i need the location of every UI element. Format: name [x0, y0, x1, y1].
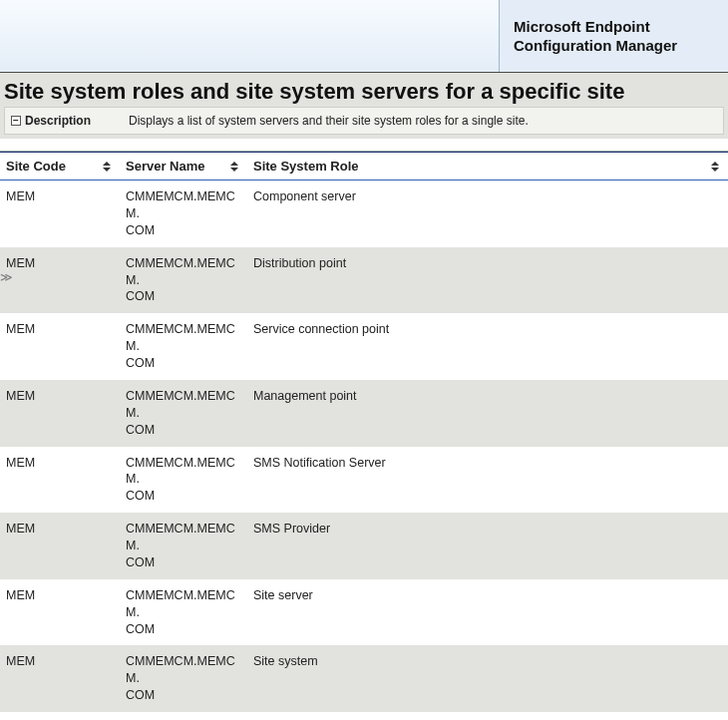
brand-line-2: Configuration Manager: [514, 37, 714, 56]
cell-server-name: CMMEMCM.MEMCM. COM: [120, 180, 247, 247]
cell-site-code: MEM: [0, 313, 120, 380]
table-row[interactable]: MEMCMMEMCM.MEMCM. COMManagement point: [0, 380, 728, 447]
cell-site-system-role: SMS Notification Server: [247, 447, 728, 514]
cell-site-system-role: SMS Provider: [247, 513, 728, 579]
cell-server-name: CMMEMCM.MEMCM. COM: [120, 579, 247, 646]
sort-icon[interactable]: [710, 161, 720, 173]
cell-server-name: CMMEMCM.MEMCM. COM: [120, 380, 247, 447]
site-code-value: MEM: [6, 256, 35, 270]
svg-marker-4: [711, 162, 719, 166]
col-site-system-role-label: Site System Role: [253, 159, 359, 174]
table-row[interactable]: ≫MEMCMMEMCM.MEMCM. COMDistribution point: [0, 247, 728, 314]
header-row: Site Code Server Name Site System Role: [0, 153, 728, 180]
cell-server-name: CMMEMCM.MEMCM. COM: [120, 247, 247, 314]
cell-site-system-role: Distribution point: [247, 247, 728, 314]
cell-site-system-role: Management point: [247, 380, 728, 447]
svg-marker-3: [230, 168, 238, 172]
cell-site-system-role: Service connection point: [247, 313, 728, 380]
title-area: Site system roles and site system server…: [0, 73, 728, 139]
site-code-value: MEM: [6, 654, 35, 668]
col-site-system-role[interactable]: Site System Role: [247, 153, 728, 180]
table-row[interactable]: MEMCMMEMCM.MEMCM. COMSoftware update poi…: [0, 712, 728, 720]
cell-server-name: CMMEMCM.MEMCM. COM: [120, 645, 247, 712]
col-server-name[interactable]: Server Name: [120, 153, 247, 180]
svg-marker-1: [103, 168, 111, 172]
svg-marker-5: [711, 168, 719, 172]
description-toggle[interactable]: − Description: [11, 114, 129, 128]
cell-site-system-role: Component server: [247, 180, 728, 247]
description-label: Description: [25, 114, 91, 128]
table-row[interactable]: MEMCMMEMCM.MEMCM. COMService connection …: [0, 313, 728, 380]
top-banner: Microsoft Endpoint Configuration Manager: [0, 0, 728, 73]
col-server-name-label: Server Name: [126, 159, 205, 174]
cell-site-code: MEM: [0, 579, 120, 646]
sort-icon[interactable]: [229, 161, 239, 173]
site-code-value: MEM: [6, 389, 35, 403]
col-site-code-label: Site Code: [6, 159, 66, 174]
table-row[interactable]: MEMCMMEMCM.MEMCM. COMComponent server: [0, 180, 728, 247]
site-code-value: MEM: [6, 522, 35, 536]
page-title: Site system roles and site system server…: [4, 79, 724, 105]
results-body: MEMCMMEMCM.MEMCM. COMComponent server≫ME…: [0, 180, 728, 721]
sort-icon[interactable]: [102, 161, 112, 173]
site-code-value: MEM: [6, 588, 35, 602]
cell-site-system-role: Site server: [247, 579, 728, 646]
cell-site-code: ≫MEM: [0, 247, 120, 314]
cell-server-name: CMMEMCM.MEMCM. COM: [120, 712, 247, 720]
table-row[interactable]: MEMCMMEMCM.MEMCM. COMSMS Notification Se…: [0, 447, 728, 514]
table-row[interactable]: MEMCMMEMCM.MEMCM. COMSite server: [0, 579, 728, 646]
collapse-icon[interactable]: −: [11, 116, 21, 126]
row-marker-icon: ≫: [0, 269, 13, 285]
brand-line-1: Microsoft Endpoint: [514, 18, 714, 37]
description-text: Displays a list of system servers and th…: [129, 114, 529, 128]
brand-box: Microsoft Endpoint Configuration Manager: [499, 0, 728, 72]
svg-marker-0: [103, 162, 111, 166]
cell-server-name: CMMEMCM.MEMCM. COM: [120, 447, 247, 514]
cell-site-code: MEM: [0, 645, 120, 712]
cell-site-code: MEM: [0, 712, 120, 720]
cell-server-name: CMMEMCM.MEMCM. COM: [120, 513, 247, 579]
site-code-value: MEM: [6, 189, 35, 203]
cell-site-code: MEM: [0, 513, 120, 579]
cell-site-system-role: Software update point: [247, 712, 728, 720]
cell-site-code: MEM: [0, 180, 120, 247]
table-row[interactable]: MEMCMMEMCM.MEMCM. COMSMS Provider: [0, 513, 728, 579]
table-row[interactable]: MEMCMMEMCM.MEMCM. COMSite system: [0, 645, 728, 712]
col-site-code[interactable]: Site Code: [0, 153, 120, 180]
svg-marker-2: [230, 162, 238, 166]
cell-site-code: MEM: [0, 447, 120, 514]
cell-site-code: MEM: [0, 380, 120, 447]
results-table: Site Code Server Name Site System Role M…: [0, 153, 728, 720]
site-code-value: MEM: [6, 456, 35, 470]
cell-server-name: CMMEMCM.MEMCM. COM: [120, 313, 247, 380]
site-code-value: MEM: [6, 322, 35, 336]
description-row: − Description Displays a list of system …: [4, 107, 724, 135]
cell-site-system-role: Site system: [247, 645, 728, 712]
